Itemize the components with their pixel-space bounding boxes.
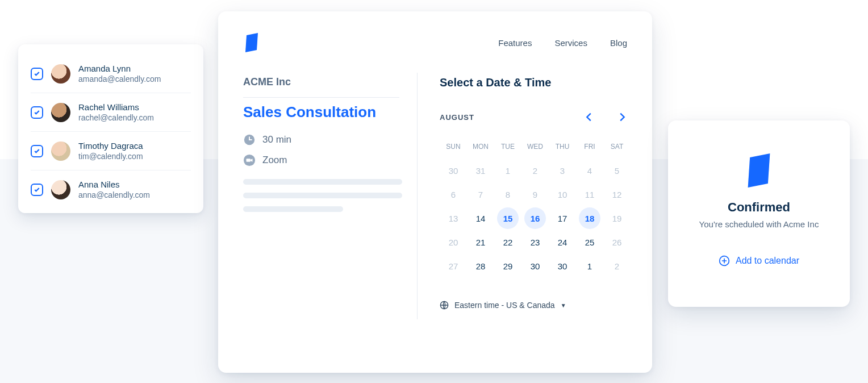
- calendar: SUNMONTUEWEDTHUFRISAT3031123456789101112…: [440, 135, 631, 278]
- calendar-day: 12: [606, 184, 628, 205]
- calendar-day: 19: [606, 207, 628, 229]
- calendar-day[interactable]: 15: [497, 207, 519, 229]
- person-row: Rachel Williams rachel@calendly.com: [31, 93, 191, 132]
- calendar-day: 1: [497, 160, 519, 181]
- calendar-day[interactable]: 21: [470, 231, 491, 253]
- person-name: Amanda Lynn: [78, 64, 161, 73]
- add-to-calendar-button[interactable]: Add to calendar: [719, 255, 799, 267]
- calendar-day[interactable]: 30: [524, 255, 546, 277]
- calendar-day[interactable]: 23: [524, 231, 546, 253]
- checkbox[interactable]: [31, 184, 43, 196]
- clock-icon: [243, 134, 256, 146]
- camera-icon: [243, 154, 256, 166]
- booking-body: ACME Inc Sales Consultation 30 min Zoom …: [243, 76, 627, 353]
- person-email: amanda@calendly.com: [78, 74, 161, 84]
- calendar-day: 6: [443, 184, 464, 205]
- avatar: [51, 180, 70, 199]
- skeleton-line: [243, 206, 343, 212]
- calendar-day[interactable]: 17: [552, 207, 573, 229]
- nav-services[interactable]: Services: [554, 38, 587, 48]
- avatar: [51, 141, 70, 161]
- avatar: [51, 103, 70, 122]
- chevron-down-icon: ▼: [561, 302, 566, 309]
- calendar-day: 27: [443, 255, 464, 277]
- calendar-day: 10: [552, 184, 573, 205]
- skeleton-line: [243, 193, 402, 198]
- location-text: Zoom: [262, 155, 287, 166]
- calendar-day[interactable]: 16: [524, 207, 546, 229]
- calendar-day: 13: [443, 207, 464, 229]
- person-row: Anna Niles anna@calendly.com: [31, 170, 191, 209]
- person-info: Amanda Lynn amanda@calendly.com: [78, 64, 161, 84]
- next-month-button[interactable]: [616, 111, 628, 123]
- calendar-day[interactable]: 25: [579, 231, 600, 253]
- date-time-picker: Select a Date & Time AUGUST SUNMONTUEWED…: [417, 76, 631, 353]
- day-of-week-label: FRI: [584, 143, 595, 151]
- calendar-day: 5: [606, 160, 628, 181]
- day-of-week-label: WED: [527, 143, 543, 151]
- brand-logo-icon: [243, 33, 260, 52]
- nav-blog[interactable]: Blog: [610, 38, 627, 48]
- org-name: ACME Inc: [243, 76, 399, 88]
- person-row: Timothy Dagraca tim@calendly.com: [31, 132, 191, 170]
- description-skeleton: [243, 179, 399, 212]
- person-email: anna@calendly.com: [78, 190, 150, 199]
- duration-text: 30 min: [262, 134, 291, 145]
- calendar-day: 26: [606, 231, 628, 253]
- svg-rect-2: [249, 139, 252, 140]
- calendar-day: 20: [443, 231, 464, 253]
- calendar-day: 3: [552, 160, 573, 181]
- calendar-day[interactable]: 24: [552, 231, 573, 253]
- timezone-selector[interactable]: Eastern time - US & Canada ▼: [440, 301, 631, 310]
- person-info: Timothy Dagraca tim@calendly.com: [78, 141, 143, 161]
- day-of-week-label: THU: [556, 143, 570, 151]
- people-selection-card: Amanda Lynn amanda@calendly.com Rachel W…: [18, 44, 203, 213]
- person-name: Anna Niles: [78, 180, 150, 189]
- checkbox[interactable]: [31, 106, 43, 119]
- duration-row: 30 min: [243, 134, 399, 146]
- calendar-day[interactable]: 30: [552, 255, 573, 277]
- calendar-day: 30: [443, 160, 464, 181]
- event-details: ACME Inc Sales Consultation 30 min Zoom: [243, 76, 417, 353]
- confirmation-card: Confirmed You're scheduled with Acme Inc…: [668, 120, 850, 307]
- calendar-day: 2: [524, 160, 546, 181]
- divider: [243, 97, 399, 98]
- avatar: [51, 64, 70, 84]
- day-of-week-label: SAT: [611, 143, 623, 151]
- checkbox[interactable]: [31, 68, 43, 80]
- day-of-week-label: SUN: [446, 143, 460, 151]
- calendar-day: 9: [524, 184, 546, 205]
- checkbox[interactable]: [31, 145, 43, 157]
- top-bar: Features Services Blog: [243, 33, 627, 52]
- calendar-day: 7: [470, 184, 491, 205]
- month-header: AUGUST: [440, 111, 631, 123]
- confirmed-title: Confirmed: [728, 200, 790, 215]
- calendar-day: 4: [579, 160, 600, 181]
- brand-logo-icon: [743, 153, 775, 188]
- person-name: Timothy Dagraca: [78, 141, 143, 151]
- prev-month-button[interactable]: [583, 111, 595, 123]
- calendar-day: 2: [606, 255, 628, 277]
- nav-features[interactable]: Features: [498, 38, 532, 48]
- calendar-day: 8: [497, 184, 519, 205]
- calendar-day[interactable]: 22: [497, 231, 519, 253]
- person-email: rachel@calendly.com: [78, 113, 154, 122]
- calendar-day[interactable]: 14: [470, 207, 491, 229]
- person-info: Anna Niles anna@calendly.com: [78, 180, 150, 199]
- globe-icon: [440, 301, 449, 310]
- day-of-week-label: TUE: [501, 143, 515, 151]
- booking-card: Features Services Blog ACME Inc Sales Co…: [218, 11, 652, 373]
- person-info: Rachel Williams rachel@calendly.com: [78, 102, 154, 122]
- calendar-day[interactable]: 1: [579, 255, 600, 277]
- day-of-week-label: MON: [473, 143, 489, 151]
- plus-circle-icon: [719, 255, 730, 267]
- calendar-day[interactable]: 29: [497, 255, 519, 277]
- top-nav: Features Services Blog: [498, 38, 627, 48]
- confirmed-subtitle: You're scheduled with Acme Inc: [699, 219, 819, 229]
- month-label: AUGUST: [440, 113, 474, 122]
- month-nav: [583, 111, 628, 123]
- calendar-day[interactable]: 18: [579, 207, 600, 229]
- calendar-day[interactable]: 28: [470, 255, 491, 277]
- person-name: Rachel Williams: [78, 102, 154, 112]
- add-to-calendar-label: Add to calendar: [736, 256, 799, 266]
